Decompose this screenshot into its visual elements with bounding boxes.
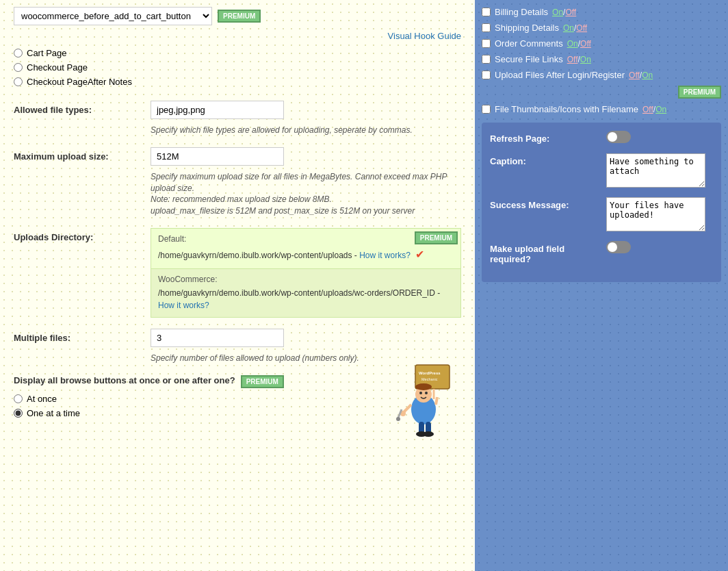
billing-details-text: Billing Details <box>495 7 548 17</box>
upload-on-link[interactable]: On <box>642 71 653 80</box>
uploads-default-link[interactable]: How it works? <box>359 251 411 260</box>
svg-line-15 <box>436 397 437 405</box>
caption-label: Caption: <box>490 153 599 166</box>
secure-file-text: Secure File Links <box>495 54 563 64</box>
multiple-files-row: Multiple files: Specify number of files … <box>14 329 461 364</box>
blue-settings-section: Refresh Page: Caption: Have something to… <box>482 123 721 282</box>
svg-point-8 <box>415 383 432 390</box>
uploads-box: PREMIUM Default: /home/guavkyrn/demo.ibu… <box>151 228 461 318</box>
thumbnails-off-link[interactable]: Off <box>642 105 653 114</box>
premium-badge-right: PREMIUM <box>678 86 721 99</box>
max-upload-server: upload_max_filesize is 512M and post_max… <box>151 205 461 217</box>
premium-badge-browse: PREMIUM <box>241 375 284 388</box>
thumbnails-on-link[interactable]: On <box>655 105 666 114</box>
svg-text:Mechanic: Mechanic <box>421 377 438 381</box>
max-upload-note: Note: recommended max upload size below … <box>151 194 461 205</box>
uploads-woo-label: WooCommerce: <box>158 275 454 284</box>
uploads-woo-path: /home/guavkyrn/demo.ibulb.work/wp-conten… <box>158 287 454 312</box>
uploads-default-path: /home/guavkyrn/demo.ibulb.work/wp-conten… <box>158 246 454 263</box>
premium-badge-uploads: PREMIUM <box>415 231 458 244</box>
svg-point-17 <box>396 417 400 421</box>
order-on-link[interactable]: On <box>567 39 578 49</box>
shipping-on-link[interactable]: On <box>563 23 574 33</box>
make-required-toggle[interactable] <box>606 241 631 253</box>
shipping-details-text: Shipping Details <box>495 23 559 33</box>
file-types-label: Allowed file types: <box>14 101 151 115</box>
make-required-row: Make upload field required? <box>490 241 713 264</box>
billing-on-link[interactable]: On <box>552 8 563 17</box>
mechanic-character: WordPress Mechanic <box>396 361 454 439</box>
refresh-page-label: Refresh Page: <box>490 131 599 144</box>
secure-off-link[interactable]: Off <box>567 55 578 64</box>
secure-on-link[interactable]: On <box>580 55 591 64</box>
svg-point-6 <box>419 392 422 394</box>
caption-row: Caption: Have something to attach <box>490 153 713 188</box>
cart-page-label: Cart Page <box>27 48 67 58</box>
checkout-page-label: Checkout Page <box>27 62 88 73</box>
page-radio-group: Cart Page Checkout Page Checkout PageAft… <box>14 48 461 87</box>
max-upload-hint: Specify maximum upload size for all file… <box>151 171 461 194</box>
order-comments-text: Order Comments <box>495 38 563 49</box>
billing-details-checkbox[interactable] <box>482 8 491 16</box>
hook-select[interactable]: woocommerce_before_add_to_cart_button <box>14 7 212 25</box>
checkout-after-label: Checkout PageAfter Notes <box>27 77 132 87</box>
refresh-page-row: Refresh Page: <box>490 131 713 144</box>
caption-textarea[interactable]: Have something to attach <box>606 153 705 188</box>
success-message-row: Success Message: Your files have uploade… <box>490 197 713 231</box>
shipping-details-checkbox[interactable] <box>482 23 491 32</box>
browse-question: Display all browse buttons at once or on… <box>14 375 235 385</box>
max-upload-row: Maximum upload size: Specify maximum upl… <box>14 147 461 217</box>
one-at-a-time-label: One at a time <box>27 408 80 418</box>
uploads-default-label: Default: <box>158 234 454 244</box>
right-panel: Billing Details On/Off Shipping Details … <box>475 0 728 571</box>
multiple-files-label: Multiple files: <box>14 329 151 343</box>
success-message-label: Success Message: <box>490 197 599 210</box>
visual-hook-link[interactable]: Visual Hook Guide <box>14 31 461 41</box>
secure-file-checkbox[interactable] <box>482 55 491 64</box>
file-types-input[interactable] <box>151 101 284 119</box>
upload-after-login-text: Upload Files After Login/Register <box>495 70 625 80</box>
uploads-woo-link[interactable]: How it works? <box>158 301 209 310</box>
checkout-after-radio[interactable] <box>14 77 23 86</box>
max-upload-label: Maximum upload size: <box>14 147 151 162</box>
order-off-link[interactable]: Off <box>580 39 591 49</box>
make-required-label: Make upload field required? <box>490 241 599 264</box>
svg-point-12 <box>423 431 434 437</box>
multiple-files-input[interactable] <box>151 329 284 347</box>
file-types-row: Allowed file types: Specify which file t… <box>14 101 461 136</box>
checkmark-icon: ✔ <box>415 249 424 260</box>
at-once-label: At once <box>27 394 57 404</box>
max-upload-input[interactable] <box>151 147 284 166</box>
billing-off-link[interactable]: Off <box>565 8 576 17</box>
order-comments-checkbox[interactable] <box>482 39 491 48</box>
uploads-dir-row: Uploads Directory: PREMIUM Default: /hom… <box>14 228 461 318</box>
uploads-dir-label: Uploads Directory: <box>14 228 151 242</box>
at-once-radio[interactable] <box>14 394 23 403</box>
upload-off-link[interactable]: Off <box>629 71 640 80</box>
file-thumbnails-checkbox[interactable] <box>482 105 491 114</box>
cart-page-radio[interactable] <box>14 49 23 58</box>
svg-text:WordPress: WordPress <box>419 371 441 375</box>
checkout-page-radio[interactable] <box>14 63 23 72</box>
shipping-off-link[interactable]: Off <box>576 23 587 33</box>
refresh-page-toggle[interactable] <box>606 131 631 143</box>
premium-badge-hook: PREMIUM <box>218 10 261 23</box>
file-types-hint: Specify which file types are allowed for… <box>151 125 461 136</box>
upload-after-login-checkbox[interactable] <box>482 71 491 79</box>
file-thumbnails-text: File Thumbnails/Icons with Filename <box>495 104 638 114</box>
one-at-a-time-radio[interactable] <box>14 409 23 418</box>
right-checkboxes: Billing Details On/Off Shipping Details … <box>482 7 721 114</box>
success-message-textarea[interactable]: Your files have uploaded! <box>606 197 705 231</box>
svg-point-7 <box>425 392 428 394</box>
